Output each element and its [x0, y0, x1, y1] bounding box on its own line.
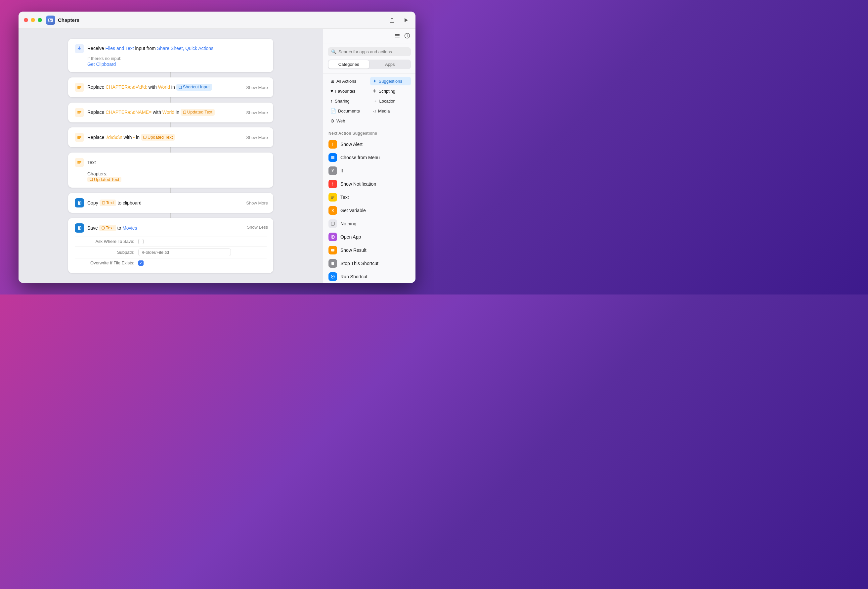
replace2-text: Replace CHAPTER\d\dNAME= with World in U…	[87, 109, 215, 116]
save-action: Save Text to Movies Show Less Ask Where …	[68, 218, 273, 273]
replace1-variable[interactable]: Shortcut Input	[176, 84, 212, 90]
replace2-replacement: World	[162, 110, 174, 115]
sharing-label: Sharing	[335, 99, 350, 104]
suggestions-label: Suggestions	[379, 79, 403, 84]
open-app-label: Open App	[340, 234, 361, 240]
location-label: Location	[379, 99, 396, 104]
category-scripting[interactable]: ✈ Scripting	[370, 87, 411, 95]
copy-show-more[interactable]: Show More	[246, 201, 268, 206]
svg-rect-27	[395, 36, 400, 36]
replace1-icon	[75, 83, 84, 92]
app-window: Chapters	[19, 12, 415, 283]
svg-rect-34	[331, 196, 334, 197]
receive-source[interactable]: Share Sheet, Quick Actions	[157, 46, 213, 51]
minimize-button[interactable]	[31, 18, 35, 22]
suggestion-if[interactable]: Y If	[326, 164, 413, 178]
app-icon	[46, 16, 55, 25]
category-media[interactable]: ♫ Media	[370, 107, 411, 115]
maximize-button[interactable]	[38, 18, 42, 22]
svg-rect-22	[102, 201, 105, 204]
updated-text-tag[interactable]: Updated Text	[87, 177, 121, 182]
suggestion-text[interactable]: Text	[326, 191, 413, 204]
save-subpath-input[interactable]	[138, 249, 231, 256]
documents-icon: 📄	[331, 108, 336, 114]
suggestion-show-notification[interactable]: Show Notification	[326, 178, 413, 191]
suggestion-run-shortcut[interactable]: Run Shortcut	[326, 270, 413, 283]
sidebar-settings-button[interactable]	[394, 33, 400, 40]
save-body: Ask Where To Save: Subpath: Overwrite If…	[75, 237, 267, 268]
save-overwrite-checkbox[interactable]: ✓	[138, 260, 143, 266]
categories-grid: ⊞ All Actions ✦ Suggestions ♥ Favourites…	[323, 74, 415, 129]
stop-shortcut-icon	[328, 259, 337, 268]
replace3-show-more[interactable]: Show More	[246, 135, 268, 140]
suggestion-show-alert[interactable]: Show Alert	[326, 138, 413, 151]
suggestion-get-variable[interactable]: × Get Variable	[326, 204, 413, 217]
svg-rect-7	[179, 86, 182, 89]
run-shortcut-label: Run Shortcut	[340, 274, 368, 279]
category-all-actions[interactable]: ⊞ All Actions	[328, 77, 369, 85]
replace3-variable[interactable]: Updated Text	[141, 134, 175, 141]
suggestion-choose-menu[interactable]: Choose from Menu	[326, 151, 413, 164]
replace-action-2: Replace CHAPTER\d\dNAME= with World in U…	[68, 102, 273, 123]
connector-1	[170, 72, 171, 77]
window-title: Chapters	[58, 17, 80, 23]
tab-apps[interactable]: Apps	[370, 60, 410, 68]
suggestion-open-app[interactable]: Open App	[326, 230, 413, 244]
save-ask-checkbox[interactable]	[138, 239, 143, 244]
save-overwrite-row: Overwrite If File Exists: ✓	[75, 258, 267, 268]
receive-type[interactable]: Files and Text	[105, 46, 134, 51]
category-documents[interactable]: 📄 Documents	[328, 107, 369, 115]
replace-action-1: Replace CHAPTER\d\d=\d\d: with World in …	[68, 77, 273, 97]
category-suggestions[interactable]: ✦ Suggestions	[370, 77, 411, 85]
text-label: Text	[87, 160, 96, 166]
svg-rect-19	[90, 178, 93, 181]
svg-rect-31	[331, 156, 334, 157]
text-sugg-icon	[328, 193, 337, 201]
traffic-lights	[24, 18, 42, 22]
copy-variable[interactable]: Text	[100, 200, 117, 206]
text-icon	[75, 158, 84, 167]
svg-rect-41	[331, 262, 334, 265]
save-ask-row: Ask Where To Save:	[75, 237, 267, 246]
svg-rect-35	[331, 197, 334, 198]
suggestion-nothing[interactable]: Nothing	[326, 217, 413, 230]
suggestion-stop-shortcut[interactable]: Stop This Shortcut	[326, 257, 413, 270]
share-button[interactable]	[388, 16, 396, 25]
run-button[interactable]	[402, 16, 410, 25]
save-destination[interactable]: Movies	[123, 225, 137, 231]
all-actions-icon: ⊞	[331, 78, 334, 84]
category-web[interactable]: ⊙ Web	[328, 117, 369, 125]
save-show-less[interactable]: Show Less	[247, 225, 268, 229]
sidebar-info-button[interactable]: i	[404, 33, 410, 40]
text-header: Text	[75, 158, 267, 167]
sharing-icon: ↑	[331, 98, 333, 104]
svg-rect-40	[331, 249, 334, 252]
open-app-icon	[328, 232, 337, 241]
category-location[interactable]: → Location	[370, 97, 411, 105]
svg-rect-4	[77, 86, 81, 87]
web-label: Web	[337, 118, 345, 123]
category-sharing[interactable]: ↑ Sharing	[328, 97, 369, 105]
close-button[interactable]	[24, 18, 28, 22]
replace3-text: Replace .\d\d\d\n with - in Updated Text	[87, 134, 175, 141]
tab-categories[interactable]: Categories	[328, 60, 369, 68]
get-variable-icon: ×	[328, 206, 337, 215]
search-bar[interactable]: 🔍	[328, 47, 411, 56]
save-icon	[75, 223, 84, 232]
replace2-show-more[interactable]: Show More	[246, 110, 268, 115]
category-favourites[interactable]: ♥ Favourites	[328, 87, 369, 95]
replace1-show-more[interactable]: Show More	[246, 85, 268, 90]
save-overwrite-label: Overwrite If File Exists:	[75, 260, 134, 265]
suggestion-show-result[interactable]: Show Result	[326, 244, 413, 257]
svg-rect-28	[395, 37, 400, 37]
search-input[interactable]	[338, 49, 407, 54]
favourites-icon: ♥	[331, 88, 333, 94]
svg-rect-8	[77, 111, 81, 112]
show-notification-icon	[328, 180, 337, 188]
get-clipboard-link[interactable]: Get Clipboard	[87, 62, 267, 67]
copy-icon	[75, 198, 84, 207]
replace1-header: Replace CHAPTER\d\d=\d\d: with World in …	[75, 83, 267, 92]
svg-text:i: i	[407, 34, 408, 38]
replace2-variable[interactable]: Updated Text	[181, 109, 215, 115]
save-variable[interactable]: Text	[99, 225, 116, 231]
